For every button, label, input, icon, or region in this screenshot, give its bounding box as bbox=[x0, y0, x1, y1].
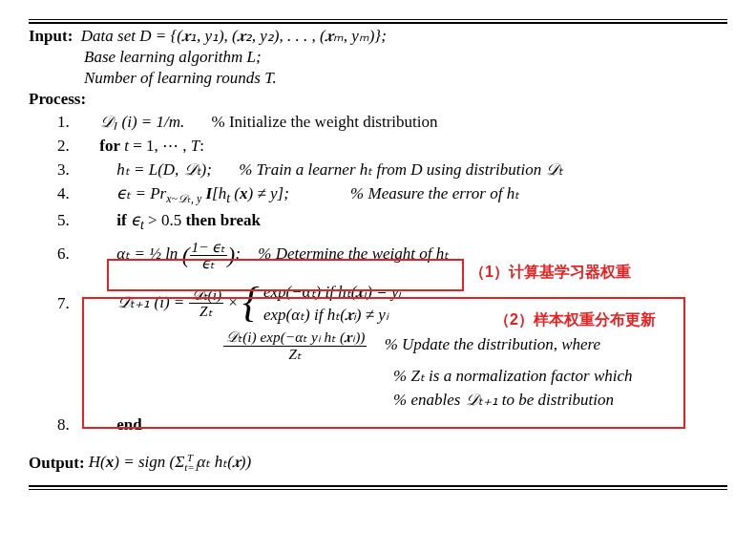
step-6: 6. αₜ = ½ ln (1− ϵₜϵₜ); % Determine the … bbox=[29, 240, 727, 271]
output-formula: H(x) = sign (Σt=1T αₜ hₜ(𝒙)) bbox=[89, 453, 251, 471]
input-block: Input: Data set D = {(𝒙₁, y₁), (𝒙₂, y₂),… bbox=[29, 26, 727, 46]
step-num: 5. bbox=[57, 211, 86, 230]
step-text: hₜ = L(D, 𝒟ₜ); bbox=[90, 159, 212, 180]
step-7d: % enables 𝒟ₜ₊₁ to be distribution bbox=[29, 390, 727, 410]
step-text: αₜ = ½ ln (1− ϵₜϵₜ); bbox=[90, 240, 241, 271]
case-text: exp(αₜ) if hₜ(𝒙ᵢ) ≠ yᵢ bbox=[263, 304, 402, 327]
step-1: 1. 𝒟₁ (i) = 1/m. % Initialize the weight… bbox=[29, 113, 727, 132]
step-num: 4. bbox=[57, 184, 86, 203]
base-learner-text: Base learning algorithm L; bbox=[29, 48, 727, 67]
algorithm-body: Input: Data set D = {(𝒙₁, y₁), (𝒙₂, y₂),… bbox=[29, 26, 727, 474]
comment-text: % enables 𝒟ₜ₊₁ to be distribution bbox=[57, 391, 614, 409]
step-num: 2. bbox=[57, 137, 86, 156]
case-text: exp(−αₜ) if hₜ(𝒙ᵢ) = yᵢ bbox=[263, 281, 402, 304]
input-label: Input: bbox=[29, 27, 73, 45]
step-4: 4. ϵₜ = Prx~𝒟ₜ, y I[ht (x) ≠ y]; % Measu… bbox=[29, 183, 727, 206]
comment-text: % Initialize the weight distribution bbox=[189, 113, 438, 131]
step-num: 8. bbox=[57, 415, 86, 435]
dataset-text: Data set D = {(𝒙₁, y₁), (𝒙₂, y₂), . . . … bbox=[81, 27, 387, 45]
step-7b: 𝒟ₜ(i) exp(−αₜ yᵢ hₜ (𝒙ᵢ))Zₜ % Update the… bbox=[29, 329, 727, 361]
step-text: for for t = 1, ⋯ , T:t = 1, ⋯ , T: bbox=[90, 136, 204, 156]
step-num: 7. bbox=[57, 294, 86, 313]
step-text: 𝒟ₜ(i) exp(−αₜ yᵢ hₜ (𝒙ᵢ))Zₜ bbox=[90, 329, 367, 361]
step-text: 𝒟ₜ₊₁ (i) = 𝒟ₜ(i)Zₜ × { exp(−αₜ) if hₜ(𝒙ᵢ… bbox=[90, 281, 401, 327]
process-label: Process: bbox=[29, 90, 727, 109]
step-text: 𝒟₁ (i) = 1/m. bbox=[90, 113, 184, 132]
comment-text: % Measure the error of hₜ bbox=[293, 184, 519, 202]
comment-text: % Train a learner hₜ from D using distri… bbox=[216, 160, 563, 179]
output-block: Output: H(x) = sign (Σt=1T αₜ hₜ(𝒙)) bbox=[29, 452, 727, 474]
step-num: 6. bbox=[57, 244, 86, 264]
step-text: ϵₜ = Prx~𝒟ₜ, y I[ht (x) ≠ y]; bbox=[90, 183, 289, 206]
step-7: 7. 𝒟ₜ₊₁ (i) = 𝒟ₜ(i)Zₜ × { exp(−αₜ) if hₜ… bbox=[29, 281, 727, 327]
output-label: Output: bbox=[29, 453, 85, 471]
comment-text: % Determine the weight of hₜ bbox=[244, 244, 449, 263]
step-text: if ϵt > 0.5 then break bbox=[90, 210, 261, 233]
step-num: 3. bbox=[57, 160, 86, 180]
step-3: 3. hₜ = L(D, 𝒟ₜ); % Train a learner hₜ f… bbox=[29, 159, 727, 180]
step-7c: % Zₜ is a normalization factor which bbox=[29, 366, 727, 386]
step-num: 1. bbox=[57, 113, 86, 132]
comment-text: % Zₜ is a normalization factor which bbox=[57, 367, 633, 385]
step-2: 2. for for t = 1, ⋯ , T:t = 1, ⋯ , T: bbox=[29, 136, 727, 156]
rounds-text: Number of learning rounds T. bbox=[29, 69, 727, 88]
step-8: 8. end bbox=[29, 415, 727, 435]
comment-text: % Update the distribution, where bbox=[371, 335, 601, 353]
step-5: 5. if ϵt > 0.5 then break bbox=[29, 210, 727, 233]
step-text: end bbox=[90, 415, 141, 435]
